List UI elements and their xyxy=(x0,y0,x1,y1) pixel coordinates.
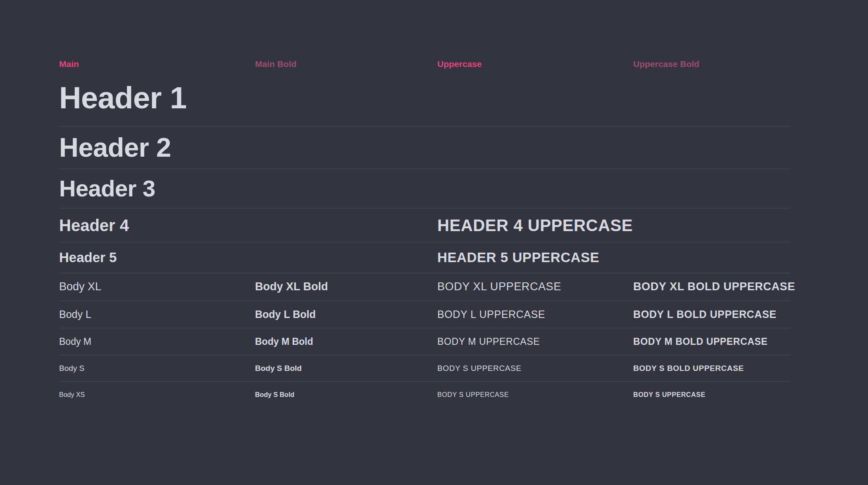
specimen-header-4-uppercase: HEADER 4 UPPERCASE xyxy=(437,216,633,235)
row-header-2: Header 2 xyxy=(59,127,790,169)
row-header-3: Header 3 xyxy=(59,169,790,208)
specimen-body-m: Body M xyxy=(59,336,255,347)
specimen-body-xl-uppercase: BODY XL UPPERCASE xyxy=(437,280,633,293)
column-header-uppercase: Uppercase xyxy=(437,59,633,69)
row-header-1: Header 1 xyxy=(59,69,790,127)
row-body-xl: Body XL Body XL Bold BODY XL UPPERCASE B… xyxy=(59,273,790,301)
column-header-uppercase-bold: Uppercase Bold xyxy=(633,59,790,69)
specimen-body-l-uppercase: BODY L UPPERCASE xyxy=(437,308,633,320)
specimen-body-s-bold: Body S Bold xyxy=(255,364,437,373)
row-header-5: Header 5 HEADER 5 UPPERCASE xyxy=(59,242,790,273)
typography-specimen-page: Main Main Bold Uppercase Uppercase Bold … xyxy=(0,0,868,485)
row-body-l: Body L Body L Bold BODY L UPPERCASE BODY… xyxy=(59,301,790,328)
specimen-header-2: Header 2 xyxy=(59,132,255,163)
specimen-body-l-bold: Body L Bold xyxy=(255,308,437,320)
specimen-body-s-uppercase-bold: BODY S BOLD UPPERCASE xyxy=(633,364,790,373)
specimen-header-1: Header 1 xyxy=(59,80,255,115)
specimen-sheet: Main Main Bold Uppercase Uppercase Bold … xyxy=(59,0,790,408)
specimen-body-xl-bold: Body XL Bold xyxy=(255,280,437,293)
specimen-body-s: Body S xyxy=(59,364,255,373)
specimen-body-xs-uppercase-bold: BODY S UPPERCASE xyxy=(633,391,790,399)
specimen-body-xl-uppercase-bold: BODY XL BOLD UPPERCASE xyxy=(633,280,790,293)
column-header-main: Main xyxy=(59,59,255,69)
row-body-s: Body S Body S Bold BODY S UPPERCASE BODY… xyxy=(59,355,790,382)
specimen-body-xl: Body XL xyxy=(59,280,255,293)
specimen-body-s-uppercase: BODY S UPPERCASE xyxy=(437,364,633,373)
specimen-body-xs-uppercase: BODY S UPPERCASE xyxy=(437,391,633,399)
specimen-header-4: Header 4 xyxy=(59,216,255,235)
specimen-body-m-bold: Body M Bold xyxy=(255,336,437,347)
column-header-main-bold: Main Bold xyxy=(255,59,437,69)
row-body-xs: Body XS Body S Bold BODY S UPPERCASE BOD… xyxy=(59,382,790,408)
specimen-header-5-uppercase: HEADER 5 UPPERCASE xyxy=(437,250,633,265)
specimen-body-xs: Body XS xyxy=(59,391,255,399)
row-header-4: Header 4 HEADER 4 UPPERCASE xyxy=(59,208,790,242)
specimen-body-l: Body L xyxy=(59,308,255,320)
specimen-body-xs-bold: Body S Bold xyxy=(255,391,437,399)
column-headers-row: Main Main Bold Uppercase Uppercase Bold xyxy=(59,59,790,69)
specimen-body-l-uppercase-bold: BODY L BOLD UPPERCASE xyxy=(633,308,790,320)
row-body-m: Body M Body M Bold BODY M UPPERCASE BODY… xyxy=(59,328,790,355)
specimen-body-m-uppercase: BODY M UPPERCASE xyxy=(437,336,633,347)
specimen-header-5: Header 5 xyxy=(59,250,255,265)
specimen-body-m-uppercase-bold: BODY M BOLD UPPERCASE xyxy=(633,336,790,347)
specimen-header-3: Header 3 xyxy=(59,175,255,202)
